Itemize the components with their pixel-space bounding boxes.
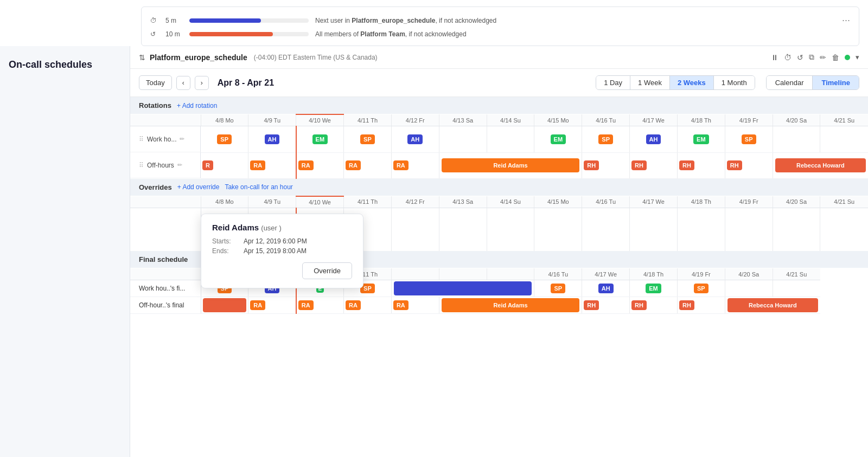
edit-off-icon[interactable]: ✏	[177, 162, 182, 169]
add-override-link[interactable]: + Add override	[177, 183, 220, 191]
badge-rh-8[interactable]: RH	[584, 160, 599, 170]
of-badge-ra-1[interactable]: RA	[250, 300, 265, 310]
of-badge-ra-3[interactable]: RA	[346, 300, 361, 310]
badge-ra-4[interactable]: RA	[393, 160, 409, 170]
badge-r-0[interactable]: R	[202, 160, 213, 170]
col-header-10: 4/18 Th	[677, 114, 725, 126]
fs-col-11: 4/20 Sa	[725, 268, 773, 280]
reid-adams-badge-final[interactable]: Reid Adams	[442, 298, 580, 312]
wh-cell-12	[773, 126, 820, 153]
view-2weeks[interactable]: 2 Weeks	[670, 76, 714, 89]
timer-icon-1: ⏱	[150, 17, 159, 24]
of-badge-rh-8[interactable]: RH	[584, 300, 599, 310]
pause-icon[interactable]: ⏸	[771, 53, 778, 62]
of-badge-ra-4[interactable]: RA	[393, 300, 409, 310]
rebecca-howard-badge-rot[interactable]: Rebecca Howard	[775, 158, 866, 172]
oh-cell-reid-span: Reid Adams	[439, 152, 582, 178]
sort-icon[interactable]: ⇅	[139, 53, 145, 62]
ov-cell-9	[630, 208, 678, 251]
col-header-11: 4/19 Fr	[725, 114, 773, 126]
of-badge-rh-10[interactable]: RH	[679, 300, 694, 310]
badge-sp-0[interactable]: SP	[217, 134, 232, 144]
badge-ah-9[interactable]: AH	[646, 134, 661, 144]
drag-handle-work[interactable]: ⠿	[139, 136, 144, 143]
tooltip-starts-row: Starts: Apr 12, 2019 6:00 PM	[212, 237, 352, 245]
ov-col-4: 4/12 Fr	[391, 196, 439, 208]
take-oncall-link[interactable]: Take on-call for an hour	[225, 183, 292, 191]
ov-cell-11	[725, 208, 773, 251]
ov-col-5: 4/13 Sa	[439, 196, 487, 208]
sidebar: On-call schedules	[0, 46, 130, 457]
of-cell-2: RA	[296, 297, 344, 314]
work-hours-row: ⠿ Work ho... ✏ SP AH EM SP AH EM	[130, 126, 868, 153]
rotate-icon[interactable]: ↺	[797, 53, 803, 62]
tooltip-ends-value: Apr 15, 2019 8:00 AM	[244, 247, 307, 255]
override-button[interactable]: Override	[302, 262, 352, 279]
badge-ah-1[interactable]: AH	[265, 134, 280, 144]
delete-icon[interactable]: 🗑	[832, 53, 839, 62]
badge-ah-4[interactable]: AH	[407, 134, 423, 144]
today-button[interactable]: Today	[139, 75, 172, 90]
badge-rh-9[interactable]: RH	[631, 160, 647, 170]
badge-em-2[interactable]: EM	[312, 134, 328, 144]
add-rotation-link[interactable]: + Add rotation	[177, 102, 217, 110]
badge-sp-11[interactable]: SP	[742, 134, 756, 144]
wf-blue-badge[interactable]	[394, 281, 532, 295]
badge-em-7[interactable]: EM	[551, 134, 566, 144]
overrides-empty-row: Reid Adams (user ) Starts: Apr 12, 2019 …	[130, 208, 868, 251]
ov-col-3: 4/11 Th	[344, 196, 392, 208]
display-calendar[interactable]: Calendar	[767, 76, 813, 89]
drag-handle-off[interactable]: ⠿	[139, 162, 144, 169]
more-options-btn[interactable]: ···	[842, 15, 850, 26]
of-badge-rh-9[interactable]: RH	[631, 300, 647, 310]
badge-ra-2[interactable]: RA	[298, 160, 314, 170]
oh-cell-0: R	[201, 152, 248, 178]
view-1day[interactable]: 1 Day	[596, 76, 630, 89]
overrides-header: Overrides + Add override Take on-call fo…	[130, 179, 868, 196]
edit-work-icon[interactable]: ✏	[180, 136, 184, 143]
wh-cell-5	[439, 126, 487, 153]
of-badge-ra-2[interactable]: RA	[298, 300, 314, 310]
next-button[interactable]: ›	[195, 76, 209, 90]
col-header-2: 4/10 We	[296, 114, 344, 126]
oh-cell-2: RA	[296, 152, 344, 178]
display-timeline[interactable]: Timeline	[813, 76, 859, 89]
fs-col-5	[439, 268, 487, 280]
rotations-grid-wrap: 4/8 Mo 4/9 Tu 4/10 We 4/11 Th 4/12 Fr 4/…	[130, 114, 868, 179]
col-header-1: 4/9 Tu	[248, 114, 296, 126]
edit-icon[interactable]: ✏	[820, 53, 826, 62]
of-red-0[interactable]	[203, 298, 247, 312]
wf-badge-ah-8[interactable]: AH	[598, 284, 614, 293]
wh-cell-7: EM	[534, 126, 582, 153]
tooltip-ends-row: Ends: Apr 15, 2019 8:00 AM	[212, 247, 352, 255]
esc-text-1: Next user in Platform_europe_schedule, i…	[315, 17, 496, 24]
badge-sp-8[interactable]: SP	[598, 134, 613, 144]
timer-icon-2: ↺	[150, 30, 159, 38]
calendar-header-row: 4/8 Mo 4/9 Tu 4/10 We 4/11 Th 4/12 Fr 4/…	[130, 114, 868, 126]
ov-label-cell: Reid Adams (user ) Starts: Apr 12, 2019 …	[130, 208, 201, 251]
badge-em-10[interactable]: EM	[693, 134, 709, 144]
clock-icon[interactable]: ⏱	[784, 53, 792, 62]
chevron-down-icon[interactable]: ▾	[856, 53, 859, 61]
ov-col-12: 4/20 Sa	[773, 196, 820, 208]
wf-badge-sp-7[interactable]: SP	[551, 284, 565, 293]
badge-ra-1[interactable]: RA	[250, 160, 265, 170]
badge-sp-3[interactable]: SP	[360, 134, 375, 144]
wf-badge-sp-10[interactable]: SP	[694, 284, 709, 293]
rebecca-howard-badge-final[interactable]: Rebecca Howard	[727, 298, 818, 312]
oh-cell-9: RH	[630, 152, 678, 178]
prev-button[interactable]: ‹	[176, 76, 190, 90]
schedule-name: Platform_europe_schedule	[150, 53, 247, 62]
badge-rh-10[interactable]: RH	[679, 160, 694, 170]
reid-adams-badge-rot[interactable]: Reid Adams	[442, 158, 580, 172]
badge-ra-3[interactable]: RA	[346, 160, 361, 170]
col-header-3: 4/11 Th	[344, 114, 392, 126]
work-hours-name: Work ho...	[147, 136, 176, 143]
view-1week[interactable]: 1 Week	[630, 76, 670, 89]
col-header-13: 4/21 Su	[820, 114, 868, 126]
wf-badge-em-9[interactable]: EM	[646, 284, 661, 293]
col-header-7: 4/15 Mo	[534, 114, 582, 126]
badge-rh-11[interactable]: RH	[727, 160, 742, 170]
view-1month[interactable]: 1 Month	[714, 76, 755, 89]
copy-icon[interactable]: ⧉	[809, 53, 814, 62]
